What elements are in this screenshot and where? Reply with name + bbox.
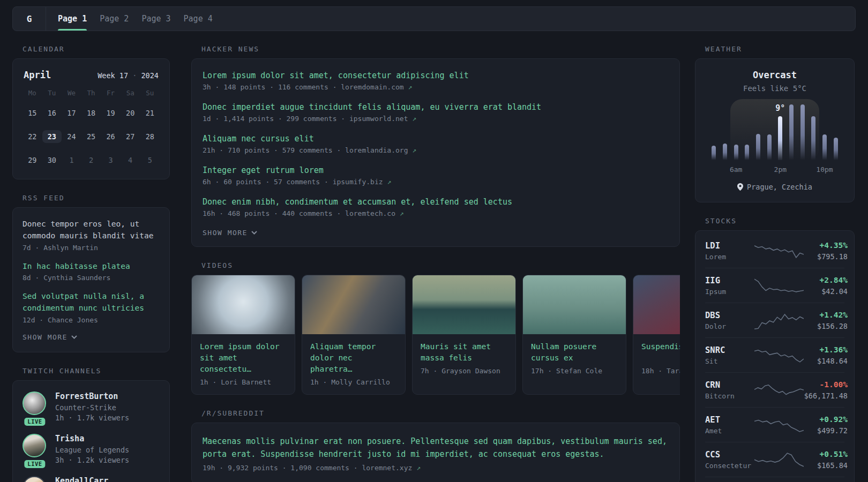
top-nav: G Page 1Page 2Page 3Page 4 xyxy=(12,6,856,31)
app-logo[interactable]: G xyxy=(13,7,46,31)
weather-hourly-chart: 9° xyxy=(708,104,841,160)
dot-separator: · xyxy=(132,71,137,80)
weather-temp-bar xyxy=(734,145,738,160)
stock-change: +0.92% xyxy=(804,415,848,424)
video-thumbnail[interactable] xyxy=(302,275,405,334)
twitch-channel-row[interactable]: LIVE Trisha League of Legends 3h · 1.2k … xyxy=(23,434,160,464)
hn-item-title[interactable]: Donec imperdiet augue tincidunt felis al… xyxy=(203,102,669,112)
hn-item-meta: 1d · 1,414 points · 299 comments · ipsum… xyxy=(203,115,669,123)
rss-item-title[interactable]: Donec tempor eros leo, ut commodo mauris… xyxy=(23,219,160,242)
weather-hour-label: 2pm xyxy=(774,165,787,174)
rss-item-title[interactable]: In hac habitasse platea xyxy=(23,261,160,273)
hn-item-title[interactable]: Donec enim nibh, condimentum et accumsan… xyxy=(203,197,669,207)
calendar-day: 28 xyxy=(140,129,160,145)
video-thumbnail[interactable] xyxy=(633,275,680,334)
calendar-weekday-label: Tu xyxy=(42,88,62,97)
calendar-day: 21 xyxy=(140,105,160,121)
calendar-day: 20 xyxy=(121,105,140,121)
weather-bar-slot xyxy=(786,104,797,160)
hn-item: Lorem ipsum dolor sit amet, consectetur … xyxy=(203,71,669,91)
stock-price: $165.84 xyxy=(804,461,848,470)
stock-name: Bitcorn xyxy=(705,392,754,400)
video-title[interactable]: Mauris sit amet massa felis xyxy=(421,341,507,364)
twitch-channel-name[interactable]: Trisha xyxy=(55,434,129,443)
calendar-weekday-label: Su xyxy=(140,88,160,97)
rss-item: In hac habitasse platea 8d · Cynthia Sau… xyxy=(23,261,160,282)
calendar-days-grid: 1516171819202122232425262728293012345 xyxy=(23,105,160,168)
hn-item-meta: 21h · 710 points · 579 comments · loreml… xyxy=(203,146,669,154)
twitch-avatar-wrap: LIVE xyxy=(23,391,47,422)
twitch-channel-name[interactable]: KendallCarr xyxy=(55,476,108,482)
calendar-day: 17 xyxy=(62,105,81,121)
calendar-month: April xyxy=(24,70,51,80)
calendar-weekday-label: Th xyxy=(81,88,101,97)
weather-bar-slot xyxy=(808,104,819,160)
calendar-day: 24 xyxy=(62,129,81,145)
nav-tab-page-4[interactable]: Page 4 xyxy=(184,7,213,31)
twitch-avatar-wrap: LIVE xyxy=(23,434,47,464)
external-link-icon: ↗ xyxy=(416,464,421,472)
video-meta: 18h · Tara xyxy=(641,367,680,375)
weather-bar-slot xyxy=(708,104,720,160)
video-title[interactable]: Suspendisse diam xyxy=(641,341,680,364)
weather-condition: Overcast xyxy=(705,70,844,80)
video-thumbnail[interactable] xyxy=(523,275,626,334)
stock-symbol: IIG xyxy=(705,276,754,285)
stock-row: DBS Dolor +1.42% $156.28 xyxy=(705,303,844,337)
stock-row: AHS +0.46% xyxy=(705,477,844,482)
video-thumbnail[interactable] xyxy=(192,275,295,334)
calendar-day: 1 xyxy=(62,152,81,168)
stock-row: CCS Consectetur +0.51% $165.84 xyxy=(705,442,844,477)
weather-temp-bar xyxy=(778,116,782,160)
stock-sparkline xyxy=(754,276,804,296)
hn-item-title[interactable]: Lorem ipsum dolor sit amet, consectetur … xyxy=(203,71,669,80)
rss-widget-title: RSS FEED xyxy=(23,194,170,202)
hn-item-title[interactable]: Integer eget rutrum lorem xyxy=(203,165,669,175)
avatar xyxy=(23,434,46,457)
subreddit-widget: /R/SUBREDDIT Maecenas mollis pulvinar er… xyxy=(191,409,680,482)
external-link-icon: ↗ xyxy=(412,115,416,123)
weather-temp-bar xyxy=(834,138,838,160)
weather-bar-slot xyxy=(720,104,731,160)
rss-item-meta: 7d · Ashlyn Martin xyxy=(23,244,160,252)
calendar-day: 25 xyxy=(81,129,101,145)
live-badge: LIVE xyxy=(24,418,45,426)
weather-temp-bar xyxy=(745,145,749,160)
stock-name: Sit xyxy=(705,357,754,365)
stock-symbol: CRN xyxy=(705,380,754,390)
calendar-day: 27 xyxy=(121,129,140,145)
weather-widget-title: WEATHER xyxy=(705,45,855,53)
calendar-week-info: Week 17 · 2024 xyxy=(98,71,159,80)
hn-item: Aliquam nec cursus elit 21h · 710 points… xyxy=(203,134,669,154)
twitch-channel-row[interactable]: LIVE ForrestBurton Counter-Strike 1h · 1… xyxy=(23,391,160,422)
avatar xyxy=(23,391,46,415)
avatar xyxy=(23,476,46,482)
subreddit-post-title[interactable]: Maecenas mollis pulvinar erat non posuer… xyxy=(203,435,669,461)
video-title[interactable]: Lorem ipsum dolor sit amet consectetu… xyxy=(200,341,287,375)
weather-bar-slot xyxy=(819,104,830,160)
twitch-channel-name[interactable]: ForrestBurton xyxy=(55,391,129,401)
stock-symbol: LDI xyxy=(705,241,754,251)
hacker-news-widget-title: HACKER NEWS xyxy=(201,45,680,53)
weather-temp-bar xyxy=(767,134,772,160)
weather-current-temp: 9° xyxy=(775,103,785,113)
external-link-icon: ↗ xyxy=(400,209,404,217)
hn-show-more-button[interactable]: SHOW MORE xyxy=(203,229,669,237)
stock-change: +4.35% xyxy=(804,241,848,250)
nav-tab-page-1[interactable]: Page 1 xyxy=(58,7,87,31)
nav-tab-page-3[interactable]: Page 3 xyxy=(141,7,170,31)
twitch-channel-row[interactable]: KendallCarr xyxy=(23,476,160,482)
hn-item: Integer eget rutrum lorem 6h · 60 points… xyxy=(203,165,669,186)
rss-show-more-button[interactable]: SHOW MORE xyxy=(23,333,160,341)
nav-tab-page-2[interactable]: Page 2 xyxy=(100,7,129,31)
video-thumbnail[interactable] xyxy=(413,275,515,334)
hn-item-title[interactable]: Aliquam nec cursus elit xyxy=(203,134,669,144)
weather-temp-bar xyxy=(756,134,760,160)
rss-item-title[interactable]: Sed volutpat nulla nisl, a condimentum n… xyxy=(23,291,160,314)
weather-bar-slot xyxy=(742,104,753,160)
stock-name: Amet xyxy=(705,427,754,435)
video-title[interactable]: Nullam posuere cursus ex xyxy=(531,341,618,364)
video-title[interactable]: Aliquam tempor dolor nec pharetra… xyxy=(310,341,397,375)
calendar-day: 4 xyxy=(121,152,140,168)
calendar-day: 19 xyxy=(101,105,121,121)
